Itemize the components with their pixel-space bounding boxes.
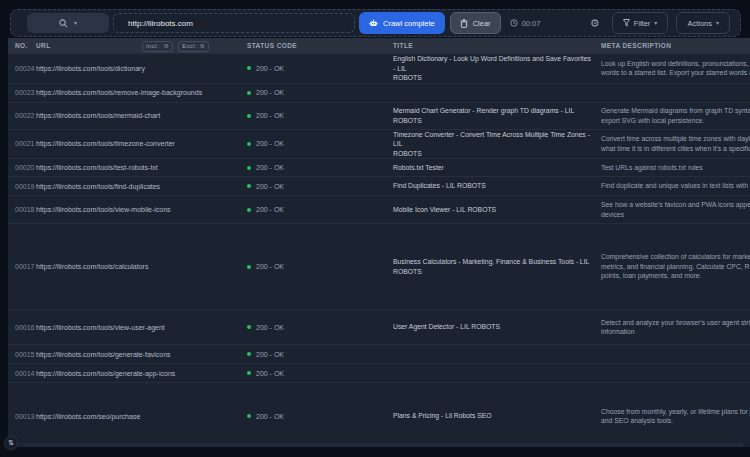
row-url: https://lilrobots.com/tools/timezone-con… [36,140,247,147]
table-row[interactable]: 00021 https://lilrobots.com/tools/timezo… [8,130,750,160]
row-title: Timezone Converter - Convert Time Across… [393,130,601,159]
row-meta: Convert time across multiple time zones … [601,134,750,153]
table-row[interactable]: 00013 https://lilrobots.com/seo/purchase… [8,383,750,447]
include-filter-label: Incl. [146,43,159,49]
settings-gear-icon[interactable]: ⚙ [590,18,600,29]
row-number: 00019 [8,183,36,190]
table-row[interactable]: 00019 https://lilrobots.com/tools/find-d… [8,177,750,196]
status-ok-dot [247,265,251,269]
table-row[interactable]: 00023 https://lilrobots.com/tools/remove… [8,84,750,103]
row-url: https://lilrobots.com/tools/generate-app… [36,370,247,377]
row-status: 200 - OK [247,65,393,72]
table-row[interactable]: 00020 https://lilrobots.com/tools/test-r… [8,159,750,177]
row-number: 00017 [8,263,36,270]
status-text: 200 - OK [256,351,284,358]
status-text: 200 - OK [256,164,284,171]
status-ok-dot [247,208,251,212]
table-header-row: NO. URL STATUS CODE TITLE META DESCRIPTI… [8,38,750,54]
include-filter-input[interactable]: Incl. ⚙ [142,41,173,52]
filter-button[interactable]: Filter ▾ [612,12,669,34]
search-mode-select[interactable]: ▾ [27,13,109,33]
row-title: Mobile Icon Viewer - LIL ROBOTS [393,205,601,215]
table-row[interactable]: 00016 https://lilrobots.com/tools/view-u… [8,310,750,345]
row-title: Robots.txt Tester [393,163,601,173]
table-row[interactable]: 00017 https://lilrobots.com/tools/calcul… [8,224,750,310]
status-text: 200 - OK [256,183,284,190]
status-text: 200 - OK [256,65,284,72]
status-ok-dot [247,371,251,375]
row-number: 00018 [8,206,36,213]
results-table: NO. URL STATUS CODE TITLE META DESCRIPTI… [8,38,750,447]
table-row[interactable]: 00014 https://lilrobots.com/tools/genera… [8,364,750,383]
status-ok-dot [247,414,251,418]
row-url: https://lilrobots.com/tools/test-robots-… [36,164,247,171]
clock-icon [510,19,518,27]
chevron-down-icon: ▾ [716,20,719,26]
row-number: 00023 [8,89,36,96]
chevron-down-icon: ▾ [654,20,657,26]
table-row[interactable]: 00024 https://lilrobots.com/tools/dictio… [8,54,750,84]
row-meta: Choose from monthly, yearly, or lifetime… [601,407,750,426]
row-meta: Find duplicate and unique values in text… [601,181,750,191]
status-text: 200 - OK [256,89,284,96]
row-url: https://lilrobots.com/tools/find-duplica… [36,183,247,190]
status-text: 200 - OK [256,324,284,331]
status-ok-dot [247,66,251,70]
status-ok-dot [247,91,251,95]
row-meta: Comprehensive collection of calculators … [601,252,750,281]
column-header-no: NO. [8,42,36,49]
crawl-complete-label: Crawl complete [383,19,435,28]
row-status: 200 - OK [247,164,393,171]
url-input[interactable] [113,13,355,33]
row-number: 00013 [8,413,36,420]
row-meta: See how a website's favicon and PWA icon… [601,200,750,219]
row-title: Plans & Pricing - Lil Robots SEO [393,411,601,421]
status-ok-dot [247,352,251,356]
horizontal-scrollbar[interactable] [22,443,744,447]
status-ok-dot [247,142,251,146]
row-title: English Dictionary - Look Up Word Defini… [393,54,601,83]
filter-label: Filter [634,19,651,28]
exclude-filter-label: Excl. [182,43,197,49]
status-ok-dot [247,184,251,188]
scroll-arrows-icon[interactable]: ⇅ [4,436,18,450]
exclude-filter-input[interactable]: Excl. ⚙ [178,41,209,52]
row-status: 200 - OK [247,413,393,420]
row-url: https://lilrobots.com/tools/calculators [36,263,247,270]
search-icon [59,19,68,28]
column-header-title: TITLE [393,42,601,49]
row-meta: Look up English word definitions, pronun… [601,59,750,78]
row-meta: Generate Mermaid diagrams from graph TD … [601,106,750,125]
status-text: 200 - OK [256,370,284,377]
row-url: https://lilrobots.com/tools/view-mobile-… [36,206,247,213]
row-meta: Detect and analyze your browser's user a… [601,318,750,337]
timer-value: 00:07 [522,19,541,28]
clear-button[interactable]: Clear [450,12,501,34]
row-number: 00022 [8,112,36,119]
row-title: User Agent Detector - LIL ROBOTS [393,322,601,332]
row-number: 00016 [8,324,36,331]
gear-icon[interactable]: ⚙ [164,43,169,49]
table-row[interactable]: 00015 https://lilrobots.com/tools/genera… [8,345,750,364]
trash-icon [460,19,468,28]
status-text: 200 - OK [256,140,284,147]
row-title: Find Duplicates - LIL ROBOTS [393,181,601,191]
row-number: 00021 [8,140,36,147]
actions-label: Actions [687,19,712,28]
robot-icon [369,19,378,28]
actions-button[interactable]: Actions ▾ [676,12,730,34]
column-header-meta: META DESCRIPTION [601,42,750,49]
crawl-complete-button[interactable]: Crawl complete [359,12,445,34]
row-url: https://lilrobots.com/tools/dictionary [36,65,247,72]
gear-icon[interactable]: ⚙ [200,43,205,49]
row-number: 00015 [8,351,36,358]
status-ok-dot [247,166,251,170]
row-status: 200 - OK [247,183,393,190]
row-url: https://lilrobots.com/tools/view-user-ag… [36,324,247,331]
table-row[interactable]: 00018 https://lilrobots.com/tools/view-m… [8,196,750,224]
table-row[interactable]: 00022 https://lilrobots.com/tools/mermai… [8,103,750,130]
crawl-timer: 00:07 [510,19,541,28]
row-title: Business Calculators - Marketing, Financ… [393,257,601,276]
status-text: 200 - OK [256,263,284,270]
status-ok-dot [247,114,251,118]
